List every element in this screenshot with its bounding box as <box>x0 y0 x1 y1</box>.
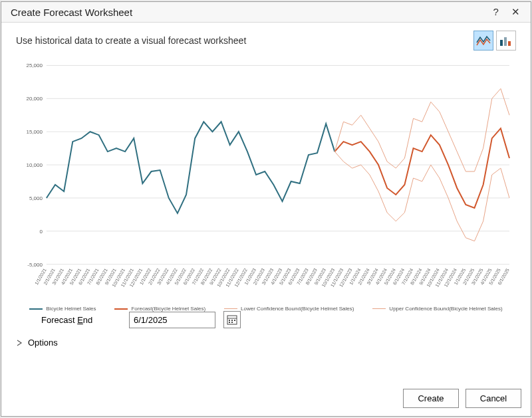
close-button[interactable]: ✕ <box>507 6 524 18</box>
forecast-end-label: Forecast End <box>41 315 121 325</box>
forecast-dialog: Create Forecast Worksheet ? ✕ Use histor… <box>1 1 531 417</box>
line-chart-button[interactable] <box>473 31 493 51</box>
column-chart-icon <box>499 35 513 47</box>
svg-text:20,000: 20,000 <box>27 96 43 102</box>
svg-rect-74 <box>231 320 233 321</box>
svg-rect-73 <box>229 320 230 321</box>
svg-text:10,000: 10,000 <box>27 162 43 168</box>
column-chart-button[interactable] <box>496 31 516 51</box>
legend-upper: Upper Confidence Bound(Bicycle Helmet Sa… <box>372 306 502 312</box>
forecast-chart: -5,00005,00010,00015,00020,00025,000 1/1… <box>16 58 516 304</box>
svg-text:0: 0 <box>39 229 43 235</box>
legend-forecast: Forecast(Bicycle Helmet Sales) <box>114 306 205 312</box>
dialog-title: Create Forecast Worksheet <box>11 7 487 18</box>
chart-type-buttons <box>473 31 516 51</box>
forecast-end-row: Forecast End <box>41 311 516 328</box>
legend-actual: Bicycle Helmet Sales <box>29 306 96 312</box>
options-toggle[interactable]: Options <box>16 338 516 348</box>
dialog-footer: Create Cancel <box>1 381 531 416</box>
date-picker-button[interactable] <box>223 311 241 328</box>
subtitle: Use historical data to create a visual f… <box>16 35 473 46</box>
line-chart-icon <box>476 35 491 47</box>
svg-rect-0 <box>500 40 503 46</box>
chart-area: -5,00005,00010,00015,00020,00025,000 1/1… <box>16 58 516 304</box>
window-buttons: ? ✕ <box>487 6 524 18</box>
legend-lower: Lower Confidence Bound(Bicycle Helmet Sa… <box>224 306 354 312</box>
svg-rect-1 <box>504 37 507 46</box>
help-button[interactable]: ? <box>487 6 505 17</box>
svg-rect-76 <box>229 322 230 323</box>
svg-text:5,000: 5,000 <box>29 195 43 201</box>
spacer <box>1 348 531 381</box>
svg-text:-5,000: -5,000 <box>27 262 43 268</box>
svg-text:25,000: 25,000 <box>27 62 43 68</box>
calendar-icon <box>227 314 237 325</box>
svg-rect-2 <box>508 41 511 46</box>
options-label: Options <box>28 338 58 348</box>
chart-legend: Bicycle Helmet Sales Forecast(Bicycle He… <box>16 306 516 312</box>
cancel-button[interactable]: Cancel <box>466 389 521 408</box>
subheader: Use historical data to create a visual f… <box>1 23 531 51</box>
svg-text:15,000: 15,000 <box>27 129 43 135</box>
svg-rect-77 <box>231 322 233 323</box>
titlebar: Create Forecast Worksheet ? ✕ <box>1 2 531 23</box>
svg-rect-75 <box>234 320 235 321</box>
forecast-end-input[interactable] <box>129 312 215 328</box>
chevron-right-icon <box>16 340 23 346</box>
create-button[interactable]: Create <box>403 389 459 408</box>
